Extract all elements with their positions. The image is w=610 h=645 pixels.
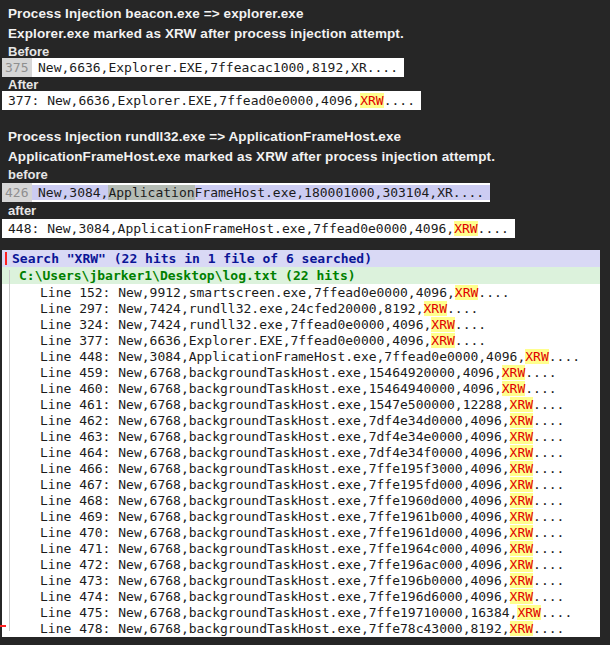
xrw-highlight: XRW	[424, 301, 447, 316]
result-line-text: Line 377: New,6636,Explorer.EXE,7ffead0e…	[40, 333, 431, 348]
xrw-highlight: XRW	[510, 429, 533, 444]
result-line-text: Line 469: New,6768,backgroundTaskHost.ex…	[40, 509, 510, 524]
log-line-after-1: 377: New,6636,Explorer.EXE,7ffead0e0000,…	[2, 91, 421, 110]
result-line-suffix: ....	[533, 477, 564, 492]
result-line-suffix: ....	[533, 509, 564, 524]
result-line-text: Line 461: New,6768,backgroundTaskHost.ex…	[40, 397, 510, 412]
xrw-highlight: XRW	[510, 397, 533, 412]
xrw-highlight: XRW	[502, 365, 525, 380]
result-line-suffix: ....	[533, 493, 564, 508]
xrw-highlight: XRW	[510, 445, 533, 460]
result-line-suffix: ....	[549, 349, 580, 364]
section1-title: Process Injection beacon.exe => explorer…	[8, 6, 304, 21]
search-result-row[interactable]: Line 377: New,6636,Explorer.EXE,7ffead0e…	[2, 332, 600, 348]
section2-before-label: before	[8, 167, 48, 182]
section1-before-label: Before	[8, 44, 49, 59]
result-line-text: Line 448: New,3084,ApplicationFrameHost.…	[40, 349, 525, 364]
result-line-suffix: ....	[533, 541, 564, 556]
section2-title: Process Injection rundll32.exe => Applic…	[8, 129, 401, 144]
xrw-highlight: XRW	[502, 381, 525, 396]
search-results-list: Line 152: New,9912,smartscreen.exe,7ffea…	[2, 284, 600, 637]
xrw-highlight: XRW	[517, 605, 540, 620]
search-result-row[interactable]: Line 473: New,6768,backgroundTaskHost.ex…	[2, 573, 600, 589]
search-result-row[interactable]: Line 463: New,6768,backgroundTaskHost.ex…	[2, 428, 600, 444]
search-result-row[interactable]: Line 466: New,6768,backgroundTaskHost.ex…	[2, 460, 600, 476]
search-result-row[interactable]: Line 297: New,7424,rundll32.exe,24cfed20…	[2, 300, 600, 316]
section2-subtitle: ApplicationFrameHost.exe marked as XRW a…	[8, 149, 495, 164]
result-line-text: Line 324: New,7424,rundll32.exe,7ffead0e…	[40, 317, 431, 332]
result-line-suffix: ....	[533, 589, 564, 604]
result-line-suffix: ....	[533, 413, 564, 428]
search-result-row[interactable]: Line 152: New,9912,smartscreen.exe,7ffea…	[2, 284, 600, 300]
xrw-highlight: XRW	[431, 333, 454, 348]
result-line-text: Line 473: New,6768,backgroundTaskHost.ex…	[40, 573, 510, 588]
result-line-text: Line 467: New,6768,backgroundTaskHost.ex…	[40, 477, 510, 492]
result-line-suffix: ....	[533, 621, 564, 636]
result-line-text: Line 474: New,6768,backgroundTaskHost.ex…	[40, 589, 510, 604]
log-line-pre: New,3084,	[38, 185, 108, 200]
text-caret	[5, 252, 7, 265]
result-line-text: Line 470: New,6768,backgroundTaskHost.ex…	[40, 525, 510, 540]
result-line-text: Line 462: New,6768,backgroundTaskHost.ex…	[40, 413, 510, 428]
search-result-row[interactable]: Line 475: New,6768,backgroundTaskHost.ex…	[2, 605, 600, 621]
search-result-row[interactable]: Line 460: New,6768,backgroundTaskHost.ex…	[2, 380, 600, 396]
search-header-text: Search "XRW" (22 hits in 1 file of 6 sea…	[12, 251, 372, 266]
result-line-text: Line 297: New,7424,rundll32.exe,24cfed20…	[40, 301, 424, 316]
xrw-highlight: XRW	[510, 589, 533, 604]
xrw-highlight: XRW	[510, 477, 533, 492]
result-line-text: Line 475: New,6768,backgroundTaskHost.ex…	[40, 605, 517, 620]
search-result-row[interactable]: Line 461: New,6768,backgroundTaskHost.ex…	[2, 396, 600, 412]
xrw-highlight: XRW	[510, 525, 533, 540]
result-line-suffix: ....	[533, 525, 564, 540]
search-result-row[interactable]: Line 468: New,6768,backgroundTaskHost.ex…	[2, 492, 600, 508]
result-line-suffix: ....	[525, 365, 556, 380]
search-result-row[interactable]: Line 472: New,6768,backgroundTaskHost.ex…	[2, 557, 600, 573]
result-line-suffix: ....	[478, 285, 509, 300]
search-file-row[interactable]: C:\Users\jbarker1\Desktop\log.txt (22 hi…	[2, 267, 600, 284]
result-line-suffix: ....	[533, 429, 564, 444]
log-line-text: 377: New,6636,Explorer.EXE,7ffead0e0000,…	[2, 93, 360, 108]
search-result-row[interactable]: Line 470: New,6768,backgroundTaskHost.ex…	[2, 524, 600, 540]
log-line-before-2: 426 New,3084,ApplicationFrameHost.exe,18…	[2, 183, 490, 202]
search-result-row[interactable]: Line 464: New,6768,backgroundTaskHost.ex…	[2, 444, 600, 460]
fold-margin-line	[9, 270, 10, 631]
result-line-suffix: ....	[525, 381, 556, 396]
xrw-highlight: XRW	[510, 621, 533, 636]
log-line-text: 448: New,3084,ApplicationFrameHost.exe,7…	[2, 221, 454, 236]
log-line-after-2: 448: New,3084,ApplicationFrameHost.exe,7…	[2, 219, 515, 238]
xrw-highlight: XRW	[431, 317, 454, 332]
search-result-row[interactable]: Line 474: New,6768,backgroundTaskHost.ex…	[2, 589, 600, 605]
search-header-row[interactable]: Search "XRW" (22 hits in 1 file of 6 sea…	[2, 250, 600, 267]
result-line-suffix: ....	[447, 301, 478, 316]
result-line-text: Line 471: New,6768,backgroundTaskHost.ex…	[40, 541, 510, 556]
result-line-text: Line 472: New,6768,backgroundTaskHost.ex…	[40, 557, 510, 572]
search-result-row[interactable]: Line 469: New,6768,backgroundTaskHost.ex…	[2, 508, 600, 524]
search-result-row[interactable]: Line 471: New,6768,backgroundTaskHost.ex…	[2, 541, 600, 557]
smart-highlight: Application	[108, 185, 194, 200]
search-result-row[interactable]: Line 459: New,6768,backgroundTaskHost.ex…	[2, 364, 600, 380]
log-line-text: New,6636,Explorer.EXE,7ffeacac1000,8192,…	[32, 60, 404, 75]
xrw-highlight: XRW	[360, 93, 383, 108]
xrw-highlight: XRW	[510, 461, 533, 476]
result-line-suffix: ....	[455, 333, 486, 348]
result-line-text: Line 459: New,6768,backgroundTaskHost.ex…	[40, 365, 502, 380]
search-result-row[interactable]: Line 324: New,7424,rundll32.exe,7ffead0e…	[2, 316, 600, 332]
result-line-text: Line 463: New,6768,backgroundTaskHost.ex…	[40, 429, 510, 444]
line-number: 426	[2, 183, 32, 202]
result-line-suffix: ....	[533, 445, 564, 460]
log-line-before-1: 375 New,6636,Explorer.EXE,7ffeacac1000,8…	[2, 58, 404, 77]
xrw-highlight: XRW	[510, 557, 533, 572]
result-line-text: Line 152: New,9912,smartscreen.exe,7ffea…	[40, 285, 455, 300]
xrw-highlight: XRW	[454, 221, 477, 236]
search-result-row[interactable]: Line 462: New,6768,backgroundTaskHost.ex…	[2, 412, 600, 428]
result-line-suffix: ....	[533, 461, 564, 476]
search-result-row[interactable]: Line 467: New,6768,backgroundTaskHost.ex…	[2, 476, 600, 492]
search-result-row[interactable]: Line 448: New,3084,ApplicationFrameHost.…	[2, 348, 600, 364]
result-line-text: Line 464: New,6768,backgroundTaskHost.ex…	[40, 445, 510, 460]
log-line-text: New,3084,ApplicationFrameHost.exe,180001…	[32, 185, 490, 200]
result-line-suffix: ....	[455, 317, 486, 332]
result-line-text: Line 466: New,6768,backgroundTaskHost.ex…	[40, 461, 510, 476]
section1-after-label: After	[8, 77, 38, 92]
search-result-row[interactable]: Line 478: New,6768,backgroundTaskHost.ex…	[2, 621, 600, 637]
xrw-highlight: XRW	[455, 285, 478, 300]
